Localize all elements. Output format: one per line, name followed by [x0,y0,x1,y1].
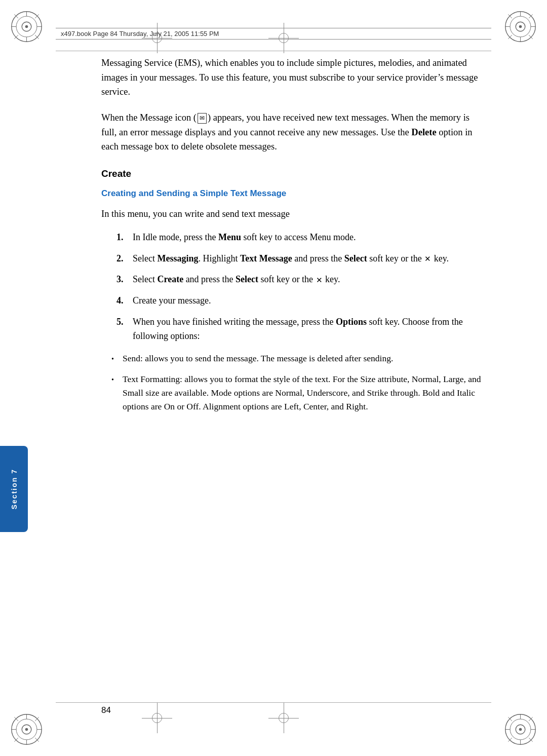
message-icon: ✉ [198,113,207,124]
header-bar: x497.book Page 84 Thursday, July 21, 200… [56,28,491,40]
corner-decoration-bl [10,705,51,746]
subsection-heading: Creating and Sending a Simple Text Messa… [101,188,481,199]
svg-point-15 [519,25,522,28]
list-text-3: Select Create and press the Select soft … [133,273,481,287]
main-content: Messaging Service (EMS), which enables y… [101,56,481,695]
message-text-before: When the Message icon ( [101,112,197,123]
x-key-icon-2: ✕ [424,253,431,265]
bottom-rule [56,702,491,703]
list-text-5: When you have finished writing the messa… [133,315,481,344]
message-paragraph: When the Message icon (✉) appears, you h… [101,110,481,154]
corner-decoration-tl [10,10,51,51]
list-num-3: 3. [116,273,131,287]
svg-point-3 [25,25,28,28]
top-rule [56,51,491,51]
list-item-1: 1. In Idle mode, press the Menu soft key… [116,231,481,245]
section-tab-label: Section 7 [10,469,18,509]
list-item-5: 5. When you have finished writing the me… [116,315,481,344]
intro-paragraph: Messaging Service (EMS), which enables y… [101,56,481,99]
header-text: x497.book Page 84 Thursday, July 21, 200… [56,30,219,37]
intro-text: Messaging Service (EMS), which enables y… [101,58,478,97]
bullet-dot-1: • [111,354,120,365]
corner-decoration-br [496,705,537,746]
bullet-item-2: • Text Formatting: allows you to format … [111,372,481,413]
list-num-2: 2. [116,252,131,266]
bullet-dot-2: • [111,374,120,386]
svg-point-39 [519,728,522,731]
list-num-4: 4. [116,294,131,308]
bullet-text-2: Text Formatting: allows you to format th… [123,372,481,413]
bullet-item-1: • Send: allows you to send the message. … [111,352,481,365]
create-heading: Create [101,168,481,179]
list-text-2: Select Messaging. Highlight Text Message… [133,252,481,266]
corner-decoration-tr [496,10,537,51]
bullet-list: • Send: allows you to send the message. … [111,352,481,414]
svg-point-27 [25,728,28,731]
list-item-3: 3. Select Create and press the Select so… [116,273,481,287]
crosshair-bottom-center [268,703,299,733]
page-number: 84 [101,705,111,715]
section-tab: Section 7 [0,446,28,532]
list-num-5: 5. [116,315,131,329]
numbered-list: 1. In Idle mode, press the Menu soft key… [116,231,481,344]
list-text-4: Create your message. [133,294,481,308]
x-key-icon-3: ✕ [316,275,323,286]
list-item-2: 2. Select Messaging. Highlight Text Mess… [116,252,481,266]
list-num-1: 1. [116,231,131,245]
delete-bold: Delete [411,127,436,137]
bullet-text-1: Send: allows you to send the message. Th… [123,352,481,365]
crosshair-bottom-left [142,703,172,733]
list-text-1: In Idle mode, press the Menu soft key to… [133,231,481,245]
menu-intro: In this menu, you can write and send tex… [101,207,481,221]
list-item-4: 4. Create your message. [116,294,481,308]
